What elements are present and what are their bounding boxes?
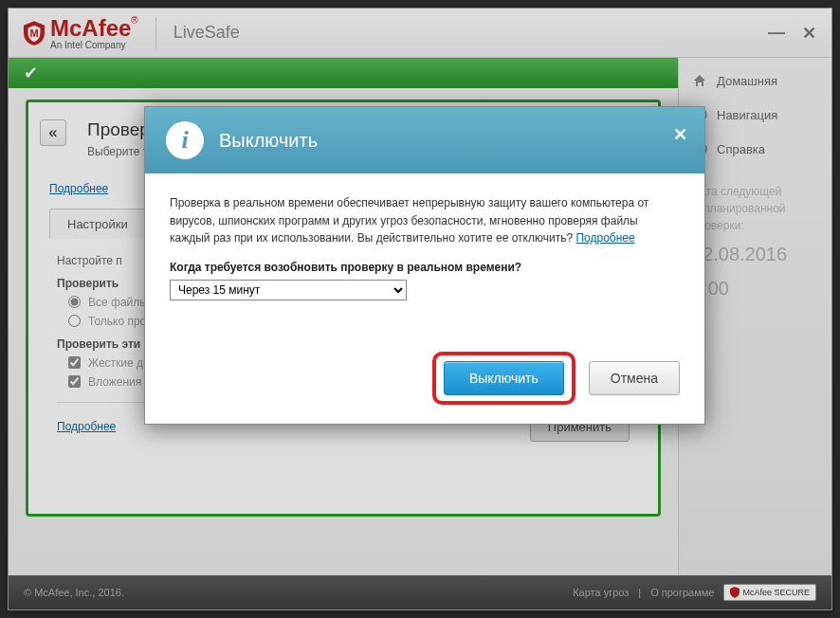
info-icon: i	[166, 121, 204, 159]
dialog-text: Проверка в реальном времени обеспечивает…	[170, 194, 680, 247]
dialog-title: Выключить	[219, 130, 318, 152]
dialog-close-button[interactable]: ✕	[673, 124, 687, 145]
resume-select[interactable]: Через 15 минут	[170, 280, 407, 300]
dialog-header: i Выключить ✕	[145, 107, 704, 173]
dialog-buttons: Выключить Отмена	[170, 352, 680, 405]
dialog-more-link[interactable]: Подробнее	[575, 231, 634, 245]
highlight-box: Выключить	[432, 352, 575, 405]
disable-button[interactable]: Выключить	[444, 361, 564, 395]
disable-dialog: i Выключить ✕ Проверка в реальном времен…	[144, 106, 705, 425]
dialog-question: Когда требуется возобновить проверку в р…	[170, 261, 680, 274]
dialog-body: Проверка в реальном времени обеспечивает…	[145, 173, 704, 424]
cancel-button[interactable]: Отмена	[589, 361, 680, 395]
